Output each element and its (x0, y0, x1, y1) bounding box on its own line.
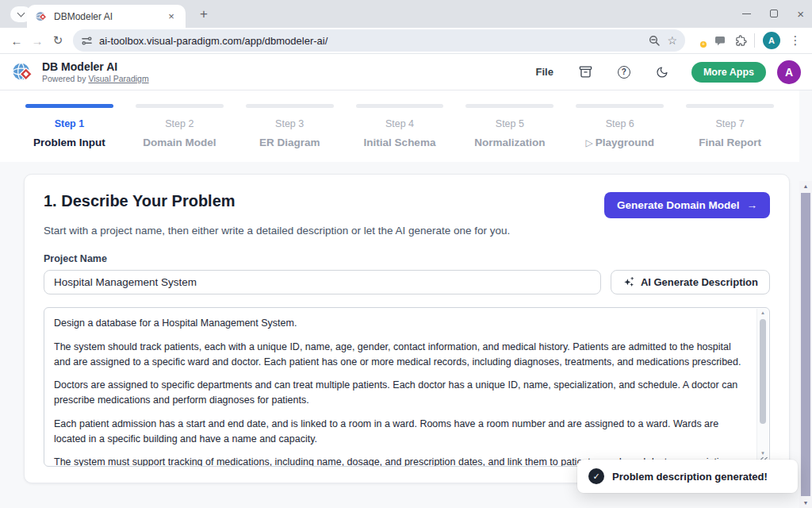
bookmark-star-icon[interactable]: ☆ (667, 34, 677, 47)
more-apps-button[interactable]: More Apps (691, 62, 766, 83)
scroll-up-icon[interactable]: ▲ (757, 310, 768, 315)
window-close-button[interactable]: × (797, 8, 804, 20)
user-avatar[interactable]: A (777, 60, 801, 84)
site-settings-icon[interactable] (81, 35, 93, 47)
app-title: DB Modeler AI (42, 60, 149, 73)
toolbar-divider (754, 33, 755, 48)
step-tab-playground[interactable]: Step 6 ▷Playground (565, 104, 675, 148)
tab-close-icon[interactable]: × (165, 10, 178, 23)
ai-generate-description-button[interactable]: AI Generate Description (611, 270, 770, 294)
tab-strip: DBModeler AI × + × (0, 0, 812, 28)
address-bar[interactable]: ai-toolbox.visual-paradigm.com/app/dbmod… (73, 29, 685, 52)
problem-description-textarea[interactable]: Design a database for a Hospital Managem… (44, 307, 770, 467)
description-paragraph: The system should track patients, each w… (54, 340, 745, 370)
section-title: 1. Describe Your Problem (44, 192, 236, 210)
drive-extension-icon[interactable]: + (695, 35, 705, 46)
browser-toolbar: ← → ↻ ai-toolbox.visual-paradigm.com/app… (0, 28, 812, 54)
textarea-scrollbar-thumb[interactable] (760, 319, 766, 424)
tab-favicon-icon (35, 10, 48, 23)
chevron-down-icon (17, 10, 25, 17)
app-header: DB Modeler AI Powered by Visual Paradigm… (0, 54, 812, 90)
step-progress-bar (136, 104, 224, 108)
section-subtitle: Start with a project name, then either w… (44, 225, 770, 237)
file-menu[interactable]: File (535, 66, 553, 78)
new-tab-button[interactable]: + (195, 6, 213, 23)
reload-button[interactable]: ↻ (48, 30, 68, 51)
forward-button[interactable]: → (27, 30, 48, 51)
description-paragraph: Each patient admission has a start and e… (54, 417, 745, 447)
help-icon[interactable]: ? (615, 64, 633, 81)
check-icon: ✓ (588, 468, 604, 484)
page-scrollbar-thumb[interactable] (801, 193, 810, 496)
zoom-icon[interactable] (648, 34, 661, 47)
arrow-right-icon: → (747, 199, 758, 211)
browser-menu-icon[interactable]: ⋮ (785, 30, 806, 51)
page-content: Step 1 Problem Input Step 2 Domain Model… (0, 90, 812, 508)
step-tab-normalization[interactable]: Step 5 Normalization (454, 104, 565, 148)
save-project-icon[interactable] (577, 64, 595, 81)
step-navigation: Step 1 Problem Input Step 2 Domain Model… (0, 90, 799, 162)
sparkles-icon (622, 276, 635, 289)
description-paragraph: Design a database for a Hospital Managem… (54, 316, 745, 331)
visual-paradigm-link[interactable]: Visual Paradigm (88, 74, 148, 83)
chat-icon[interactable] (710, 30, 730, 51)
tab-title: DBModeler AI (54, 11, 159, 22)
visual-paradigm-logo (11, 60, 35, 84)
scroll-up-icon[interactable]: ▲ (799, 183, 812, 189)
play-icon: ▷ (585, 137, 592, 148)
step-progress-bar (576, 104, 664, 108)
dark-mode-moon-icon[interactable] (653, 64, 671, 81)
step-progress-bar (686, 104, 774, 108)
powered-by: Powered by Visual Paradigm (42, 74, 149, 83)
step-progress-bar (356, 104, 444, 108)
step-tab-final-report[interactable]: Step 7 Final Report (675, 104, 785, 148)
browser-window: DBModeler AI × + × ← → ↻ ai-toolbox.visu… (0, 0, 812, 508)
step-tab-er-diagram[interactable]: Step 3 ER Diagram (235, 104, 345, 148)
step-progress-bar (246, 104, 334, 108)
step-progress-bar (25, 104, 113, 108)
toast-message: Problem description generated! (612, 471, 768, 483)
step-tab-domain-model[interactable]: Step 2 Domain Model (124, 104, 235, 148)
maximize-button[interactable] (770, 10, 778, 17)
browser-tab[interactable]: DBModeler AI × (27, 5, 186, 28)
project-name-label: Project Name (44, 253, 770, 264)
step-tab-problem-input[interactable]: Step 1 Problem Input (14, 104, 124, 148)
step-tab-initial-schema[interactable]: Step 4 Initial Schema (345, 104, 455, 148)
generate-domain-model-button[interactable]: Generate Domain Model → (604, 192, 770, 218)
step-progress-bar (465, 104, 553, 108)
url-text[interactable]: ai-toolbox.visual-paradigm.com/app/dbmod… (99, 35, 327, 47)
problem-input-card: 1. Describe Your Problem Generate Domain… (24, 174, 790, 483)
extensions-puzzle-icon[interactable] (730, 30, 751, 51)
description-paragraph: Doctors are assigned to specific departm… (54, 378, 745, 408)
back-button[interactable]: ← (6, 30, 27, 51)
page-scrollbar[interactable]: ▲ ▼ (799, 181, 812, 508)
scroll-down-icon[interactable]: ▼ (757, 451, 768, 456)
project-name-input[interactable] (44, 270, 601, 294)
minimize-button[interactable] (742, 13, 751, 14)
browser-profile-avatar[interactable]: A (763, 32, 780, 49)
textarea-scrollbar[interactable]: ▲ ▼ (756, 309, 768, 465)
toast-notification: ✓ Problem description generated! (577, 460, 798, 493)
scroll-down-icon[interactable]: ▼ (799, 500, 812, 506)
